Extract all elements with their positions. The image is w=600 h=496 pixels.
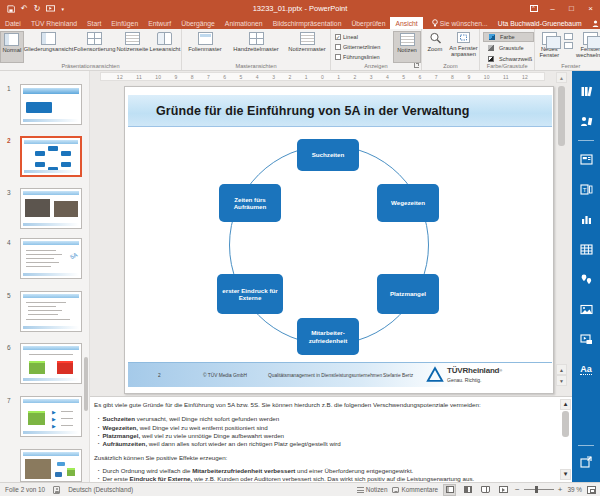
grayscale-mode-button[interactable]: Graustufe	[483, 43, 534, 53]
fit-slide-to-window-icon[interactable]	[587, 486, 596, 494]
slide-thumbnail-7[interactable]: 7 ▶▶▶	[20, 396, 82, 437]
comments-toggle[interactable]: Kommentare	[392, 486, 438, 493]
scroll-up-icon[interactable]: ▲	[560, 399, 571, 410]
normal-view-toggle[interactable]	[443, 484, 456, 496]
horizontal-ruler: 12 11 10 9 8 7 6 5 4 3 2 1 0 1 2 3 4 5 6…	[100, 72, 545, 81]
expand-icon[interactable]	[572, 450, 600, 474]
normal-view-button[interactable]: Normal	[0, 31, 24, 63]
slide-thumbnail-1[interactable]: 1	[20, 84, 82, 125]
notes-scrollbar[interactable]: ▲ ▼	[561, 399, 570, 480]
gridlines-checkbox[interactable]: Gitternetzlinien	[335, 42, 393, 51]
next-slide-button[interactable]: ▼	[556, 375, 567, 386]
minimize-button[interactable]: –	[543, 0, 562, 17]
tab-tuv-rheinland[interactable]: TÜV Rheinland	[26, 17, 82, 29]
tab-ueberpruefen[interactable]: Überprüfen	[346, 17, 390, 29]
slide-canvas[interactable]: Gründe für die Einführung von 5A in der …	[124, 86, 554, 394]
maximize-button[interactable]: □	[562, 0, 581, 17]
diagram-node-zeiten-fuers-aufraeumen[interactable]: Zeiten fürs Aufräumen	[219, 184, 281, 222]
guides-checkbox[interactable]: Führungslinien	[335, 52, 393, 61]
notes-pane[interactable]: Es gibt viele gute Gründe für die Einfüh…	[90, 396, 572, 482]
arrange-all-button[interactable]	[564, 33, 573, 40]
scrollbar-thumb[interactable]	[562, 411, 569, 437]
customize-toolbar-icon[interactable]: ▾	[61, 5, 64, 13]
slide-thumbnail-3[interactable]: 3	[20, 188, 82, 229]
slide-master-button[interactable]: Folienmaster	[182, 31, 228, 63]
chart-icon[interactable]	[572, 207, 600, 231]
new-window-button[interactable]: Neues Fenster	[535, 31, 563, 63]
zoom-button[interactable]: Zoom	[422, 31, 448, 63]
handout-master-button[interactable]: Handzettelmaster	[228, 31, 284, 63]
ruler-checkbox[interactable]: ✓Lineal	[335, 32, 393, 41]
switch-window-button[interactable]: Fenster wechseln ▾	[574, 31, 600, 63]
diagram-node-suchzeiten[interactable]: Suchzeiten	[297, 139, 359, 171]
table-icon[interactable]	[572, 237, 600, 261]
reading-view-button[interactable]: Leseansicht	[149, 31, 181, 63]
diagram-node-mitarbeiterzufriedenheit[interactable]: Mitarbeiter-zufriedenheit	[297, 318, 359, 355]
notes-toggle[interactable]: Notizen	[357, 486, 388, 493]
tab-animationen[interactable]: Animationen	[220, 17, 268, 29]
zoom-out-icon[interactable]: −	[515, 486, 520, 494]
slide-thumbnail-5[interactable]: 5	[20, 291, 82, 332]
account-name[interactable]: Uta Buchwald-Gruenebaum	[493, 17, 587, 29]
fit-to-window-button[interactable]: An Fenster anpassen	[448, 31, 479, 63]
slideshow-toggle[interactable]	[497, 484, 510, 496]
slide-sorter-toggle[interactable]	[461, 484, 474, 496]
image-icon[interactable]	[572, 297, 600, 321]
tell-me-box[interactable]: Sie wünschen...	[427, 17, 493, 29]
thumbnail-scrollbar[interactable]	[84, 357, 88, 411]
slide-thumbnail-8[interactable]: 8	[20, 449, 82, 482]
diagram-node-platzmangel[interactable]: Platzmangel	[377, 274, 439, 314]
zoom-slider[interactable]: − +	[515, 486, 562, 494]
slide-counter[interactable]: Folie 2 von 10	[5, 486, 45, 493]
tab-ansicht[interactable]: Ansicht	[390, 17, 422, 29]
notes-page-button[interactable]: Notizenseite	[116, 31, 149, 63]
references-icon[interactable]	[572, 109, 600, 133]
scrollbar-thumb[interactable]	[558, 86, 565, 146]
cascade-windows-button[interactable]	[564, 42, 573, 49]
reading-view-toggle[interactable]	[479, 484, 492, 496]
share-button[interactable]: Freigeben	[587, 17, 600, 29]
media-icon[interactable]	[572, 327, 600, 351]
color-mode-button[interactable]: Farbe	[483, 32, 534, 42]
tab-einfuegen[interactable]: Einfügen	[106, 17, 143, 29]
tab-uebergaenge[interactable]: Übergänge	[176, 17, 220, 29]
editor-scrollbar[interactable]: ▲ ▲ ▼	[556, 72, 567, 396]
tab-bildschirmpraesentation[interactable]: Bildschirmpräsentation	[268, 17, 347, 29]
diagram-node-wegezeiten[interactable]: Wegezeiten	[377, 184, 439, 222]
start-slideshow-icon[interactable]	[46, 5, 55, 13]
footer-copyright: © TÜV Media GmbH	[203, 373, 247, 378]
slide-sorter-button[interactable]: Foliensortierung	[73, 31, 116, 63]
zoom-slider-thumb[interactable]	[535, 486, 538, 493]
slide-thumbnail-4[interactable]: 4 5A	[20, 238, 82, 279]
tab-datei[interactable]: Datei	[0, 17, 26, 29]
text-placeholder-icon[interactable]: T	[572, 177, 600, 201]
ribbon-display-options-button[interactable]: ^	[524, 0, 543, 17]
diagram-node-erster-eindruck[interactable]: erster Eindruck für Externe	[217, 274, 283, 314]
scroll-up-icon[interactable]: ▲	[556, 72, 567, 83]
slide-title-placeholder[interactable]: Gründe für die Einführung von 5A in der …	[128, 95, 552, 127]
handout-master-icon	[249, 32, 264, 45]
language-status[interactable]: Deutsch (Deutschland)	[68, 486, 133, 493]
save-icon[interactable]	[7, 5, 15, 13]
tab-entwurf[interactable]: Entwurf	[143, 17, 176, 29]
library-icon[interactable]	[572, 79, 600, 103]
notes-toggle-button[interactable]: Notizen	[393, 31, 421, 63]
slide-thumbnail-6[interactable]: 6	[20, 343, 82, 384]
map-pins-icon[interactable]	[572, 267, 600, 291]
previous-slide-button[interactable]: ▲	[556, 364, 567, 375]
zoom-in-icon[interactable]: +	[558, 486, 563, 494]
zoom-level[interactable]: 39 %	[567, 486, 582, 493]
slide-thumbnail-2[interactable]: 2	[20, 136, 82, 177]
notes-master-button[interactable]: Notizenmaster	[284, 31, 330, 63]
scroll-down-icon[interactable]: ▼	[560, 469, 571, 480]
tab-start[interactable]: Start	[82, 17, 106, 29]
slide-layout-icon[interactable]	[572, 147, 600, 171]
typography-icon[interactable]: Aa	[572, 357, 600, 381]
close-button[interactable]: ×	[581, 0, 600, 17]
undo-icon[interactable]: ↶	[21, 5, 28, 13]
outline-view-button[interactable]: Gliederungsansicht	[24, 31, 74, 63]
anzeigen-dialog-launcher-icon[interactable]	[414, 63, 419, 68]
accessibility-icon[interactable]	[53, 486, 60, 494]
cycle-circle[interactable]	[229, 145, 429, 345]
redo-icon[interactable]: ↻	[34, 5, 41, 13]
